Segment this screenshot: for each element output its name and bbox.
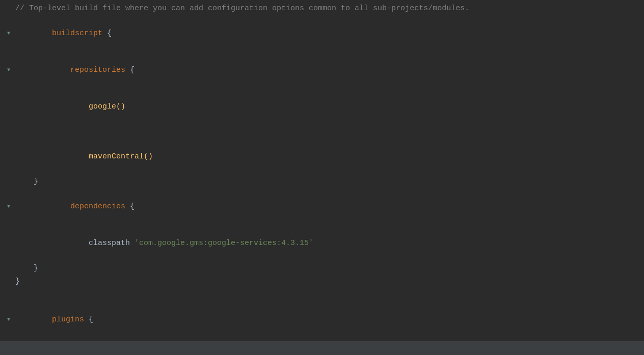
fold-arrow-3[interactable]: ▼ xyxy=(7,66,10,74)
code-line-5 xyxy=(0,125,644,139)
line-2-content: buildscript { xyxy=(13,15,644,52)
fold-gutter-13[interactable]: ▼ xyxy=(5,316,12,324)
line-8-content: dependencies { xyxy=(13,188,644,225)
line-10-content: } xyxy=(13,262,644,275)
fold-gutter-3[interactable]: ▼ xyxy=(5,66,12,74)
fold-gutter-2[interactable]: ▼ xyxy=(5,30,12,38)
code-line-7: } xyxy=(0,175,644,188)
keyword-buildscript: buildscript xyxy=(52,29,102,38)
keyword-plugins: plugins xyxy=(52,315,84,324)
line-4-content: google() xyxy=(13,89,644,125)
fold-arrow-2[interactable]: ▼ xyxy=(7,30,10,38)
plain-classpath: classpath xyxy=(89,239,135,248)
code-editor: // Top-level build file where you can ad… xyxy=(0,0,644,355)
line-5-content xyxy=(13,126,644,138)
line-11-content: } xyxy=(13,276,644,288)
code-line-3: ▼ repositories { xyxy=(0,52,644,89)
fold-gutter-8[interactable]: ▼ xyxy=(5,203,12,211)
string-google-services: 'com.google.gms:google-services:4.3.15' xyxy=(135,239,313,248)
plain-brace-3: { xyxy=(125,66,135,74)
plain-brace-13: { xyxy=(84,315,93,324)
line-13-content: plugins { xyxy=(13,302,644,338)
code-line-11: } xyxy=(0,275,644,288)
code-line-6: mavenCentral() xyxy=(0,139,644,175)
function-google: google() xyxy=(89,102,125,111)
bottom-status-bar xyxy=(0,341,644,355)
line-1-content: // Top-level build file where you can ad… xyxy=(13,3,644,15)
function-mavencental: mavenCentral() xyxy=(89,152,153,161)
code-line-1: // Top-level build file where you can ad… xyxy=(0,2,644,15)
code-area: // Top-level build file where you can ad… xyxy=(0,0,644,355)
indent-8 xyxy=(52,202,70,211)
code-line-10: } xyxy=(0,262,644,275)
line-7-content: } xyxy=(13,176,644,188)
code-line-9: classpath 'com.google.gms:google-service… xyxy=(0,225,644,262)
plain-brace-2: { xyxy=(102,29,112,38)
indent-9 xyxy=(52,239,89,248)
keyword-dependencies: dependencies xyxy=(70,202,125,211)
line-6-content: mavenCentral() xyxy=(13,139,644,175)
fold-arrow-13[interactable]: ▼ xyxy=(7,316,10,324)
code-line-4: google() xyxy=(0,89,644,125)
line-3-content: repositories { xyxy=(13,52,644,89)
fold-arrow-8[interactable]: ▼ xyxy=(7,203,10,211)
keyword-repositories: repositories xyxy=(70,66,125,74)
code-line-13: ▼ plugins { xyxy=(0,302,644,338)
code-line-8: ▼ dependencies { xyxy=(0,188,644,225)
line-12-content xyxy=(13,289,644,301)
line-9-content: classpath 'com.google.gms:google-service… xyxy=(13,225,644,262)
code-line-2: ▼ buildscript { xyxy=(0,15,644,52)
plain-brace-8: { xyxy=(125,202,135,211)
code-line-12 xyxy=(0,288,644,302)
indent-6 xyxy=(52,152,89,161)
indent-3 xyxy=(52,66,70,74)
indent-4 xyxy=(52,102,89,111)
